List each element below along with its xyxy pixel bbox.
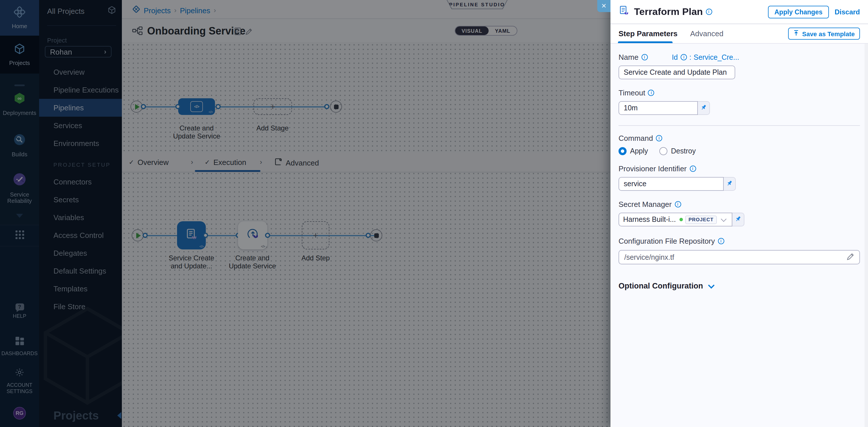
command-field-label: Command i bbox=[619, 134, 860, 142]
name-input[interactable]: Service Create and Update Plan bbox=[619, 66, 735, 79]
pin-input-type-button[interactable] bbox=[732, 212, 744, 226]
chevron-down-icon bbox=[721, 216, 727, 222]
radio-destroy[interactable]: Destroy bbox=[660, 147, 696, 155]
config-file-repo-input[interactable]: /service/nginx.tf bbox=[619, 250, 860, 264]
radio-selected-icon bbox=[619, 147, 626, 155]
save-as-template-button[interactable]: Save as Template bbox=[788, 28, 860, 40]
timeout-field-label: Timeout i bbox=[619, 89, 860, 97]
name-field-label: Name i bbox=[619, 53, 648, 62]
timeout-input[interactable]: 10m bbox=[619, 101, 698, 115]
scope-badge: PROJECT bbox=[685, 215, 717, 224]
close-icon: ✕ bbox=[601, 2, 607, 10]
tab-step-parameters[interactable]: Step Parameters bbox=[619, 29, 677, 38]
app-root: Home Projects ∞ Deployments bbox=[0, 0, 868, 427]
step-parameters-form: Name i Id i : Service_Cre... Service Cre… bbox=[611, 44, 868, 427]
chevron-down-icon bbox=[708, 282, 715, 289]
secret-manager-select[interactable]: Harness Built-i... PROJECT bbox=[619, 212, 732, 226]
tab-advanced[interactable]: Advanced bbox=[690, 29, 723, 38]
drawer-tabbar: Step Parameters Advanced Save as Templat… bbox=[611, 24, 868, 44]
status-dot-icon bbox=[679, 218, 683, 221]
pushpin-icon bbox=[726, 179, 733, 189]
radio-apply[interactable]: Apply bbox=[619, 147, 648, 155]
optional-configuration-toggle[interactable]: Optional Configuration bbox=[619, 282, 860, 290]
radio-unselected-icon bbox=[660, 147, 668, 155]
apply-changes-button[interactable]: Apply Changes bbox=[768, 5, 829, 18]
modal-dim-overlay[interactable] bbox=[0, 0, 611, 427]
step-id-link[interactable]: Id i : Service_Cre... bbox=[672, 53, 739, 61]
info-icon[interactable]: i bbox=[689, 165, 696, 172]
info-icon[interactable]: i bbox=[718, 238, 724, 244]
divider bbox=[619, 125, 860, 126]
drawer-title: Terraform Plan bbox=[634, 6, 703, 18]
info-icon[interactable]: i bbox=[648, 90, 654, 96]
provisioner-identifier-label: Provisioner Identifier i bbox=[619, 164, 860, 173]
pushpin-icon bbox=[700, 103, 707, 113]
step-config-drawer: ✕ Terraform Plan i Apply Changes Discard… bbox=[611, 0, 868, 427]
secret-manager-label: Secret Manager i bbox=[619, 200, 860, 208]
info-icon[interactable]: i bbox=[641, 54, 648, 60]
secret-manager-group: Harness Built-i... PROJECT bbox=[619, 212, 860, 226]
terraform-plan-icon bbox=[619, 5, 629, 19]
info-icon[interactable]: i bbox=[706, 9, 712, 15]
drawer-header: Terraform Plan i Apply Changes Discard bbox=[611, 0, 868, 24]
info-icon[interactable]: i bbox=[675, 201, 681, 207]
pin-input-type-button[interactable] bbox=[724, 177, 736, 191]
upload-icon bbox=[794, 30, 799, 37]
info-icon[interactable]: i bbox=[656, 135, 662, 141]
close-drawer-button[interactable]: ✕ bbox=[597, 0, 611, 12]
step-id-value: Service_Cre... bbox=[693, 53, 739, 61]
config-file-repo-label: Configuration File Repository i bbox=[619, 237, 860, 245]
pushpin-icon bbox=[735, 215, 742, 225]
command-radio-group: Apply Destroy bbox=[619, 147, 860, 155]
timeout-input-group: 10m bbox=[619, 101, 860, 115]
pin-input-type-button[interactable] bbox=[698, 101, 710, 115]
provisioner-input-group: service bbox=[619, 177, 860, 191]
drawer-scrollbar[interactable] bbox=[865, 44, 868, 427]
info-icon: i bbox=[681, 54, 687, 60]
provisioner-identifier-input[interactable]: service bbox=[619, 177, 724, 191]
discard-button[interactable]: Discard bbox=[835, 8, 860, 16]
active-tab-underline bbox=[618, 41, 673, 43]
edit-pencil-icon[interactable] bbox=[847, 253, 854, 262]
